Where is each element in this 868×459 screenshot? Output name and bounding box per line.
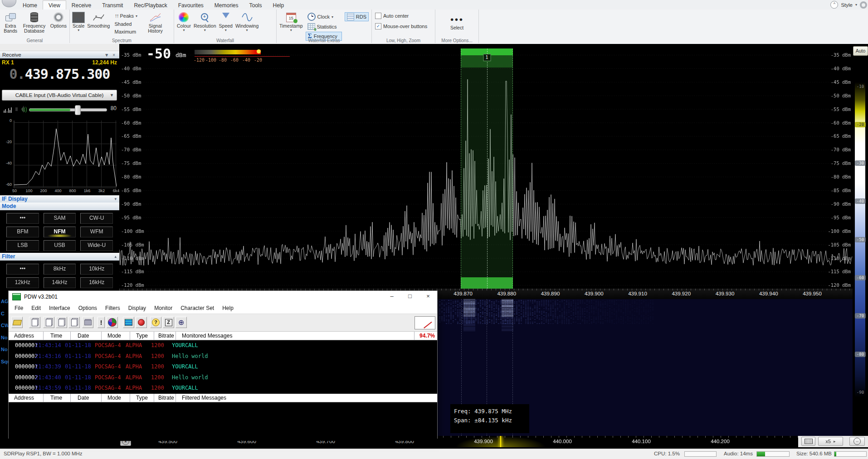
- rx-marker-badge[interactable]: 1: [483, 54, 491, 61]
- monitor-toggle[interactable]: [123, 317, 134, 328]
- mode-button[interactable]: CW-U: [80, 213, 113, 224]
- auto-range-button[interactable]: Auto: [853, 46, 868, 56]
- save-log-button[interactable]: [68, 317, 80, 328]
- open-file-button[interactable]: [11, 317, 23, 328]
- pdw-title-bar[interactable]: PDW v3.2b01 – □ ×: [9, 291, 437, 303]
- maximize-button[interactable]: □: [401, 291, 419, 303]
- ribbon-tab[interactable]: Help: [268, 1, 290, 10]
- speaker-icon[interactable]: [15, 105, 25, 113]
- signal-history-button[interactable]: Signal History: [144, 11, 166, 34]
- pdw-menu-item[interactable]: File: [10, 305, 27, 311]
- filter-button[interactable]: 16kHz: [80, 277, 113, 288]
- mode-button[interactable]: •••: [6, 213, 39, 224]
- zoom-factor-button[interactable]: x5 ▸: [818, 437, 843, 446]
- volume-slider-handle[interactable]: [75, 105, 81, 115]
- print-button[interactable]: [82, 317, 93, 328]
- col-mode[interactable]: Mode: [107, 333, 121, 339]
- resolution-button[interactable]: + Resolution ▾: [192, 11, 218, 32]
- mode-button[interactable]: SAM: [44, 213, 76, 224]
- message-row[interactable]: 0000001 21:43:39 01-11-18 POCSAG-4 ALPHA…: [9, 362, 437, 372]
- filter-button[interactable]: 10kHz: [80, 264, 113, 275]
- if-display-header[interactable]: IF Display ▾: [0, 195, 119, 203]
- tuned-frequency[interactable]: 0.439.875.300: [0, 66, 119, 82]
- filtered-header-row[interactable]: Address Time Date Mode Type Bitrate Filt…: [9, 394, 437, 402]
- select-button[interactable]: ●●● Select: [449, 13, 465, 31]
- section-caret-icon[interactable]: ▾: [114, 196, 117, 203]
- close-button[interactable]: ×: [419, 291, 437, 303]
- ribbon-tab[interactable]: Home: [17, 1, 43, 10]
- col-bitrate[interactable]: Bitrate: [158, 333, 174, 339]
- timestamp-button[interactable]: 15 Timestamp ▾: [278, 11, 304, 32]
- message-row[interactable]: 0000001 21:43:59 01-11-18 POCSAG-4 ALPHA…: [9, 383, 437, 394]
- sleep-toggle[interactable]: Z: [163, 317, 174, 328]
- statistics-button[interactable]: [107, 317, 118, 328]
- message-row[interactable]: 0000002 21:43:16 01-11-18 POCSAG-4 ALPHA…: [9, 351, 437, 362]
- log-button-2[interactable]: [43, 317, 54, 328]
- spectrum-display[interactable]: -35 dBm-40 dBm-45 dBm-50 dBm-55 dBm-60 d…: [119, 44, 853, 289]
- filter-header[interactable]: Filter ▴: [0, 253, 119, 261]
- speed-button[interactable]: Speed ▾: [218, 11, 234, 32]
- level-bars-icon[interactable]: [4, 106, 12, 113]
- mode-button[interactable]: Wide-U: [80, 240, 113, 251]
- mode-button[interactable]: WFM: [80, 227, 113, 237]
- pdw-menu-item[interactable]: Options: [74, 305, 101, 311]
- ribbon-tab[interactable]: View: [43, 0, 66, 10]
- col-type[interactable]: Type: [136, 333, 148, 339]
- ribbon-tab[interactable]: Transmit: [97, 1, 128, 10]
- maximum-button[interactable]: Maximum: [112, 29, 142, 35]
- filter-button[interactable]: 14kHz: [44, 277, 76, 288]
- colour-button[interactable]: Colour ▾: [176, 11, 192, 32]
- windowing-button[interactable]: Windowing ▾: [234, 11, 260, 32]
- clock-button[interactable]: Clock ▾: [306, 12, 342, 21]
- mode-button[interactable]: LSB: [6, 240, 39, 251]
- section-caret-icon[interactable]: ▴: [114, 253, 117, 260]
- app-menu-button[interactable]: [2, 0, 16, 7]
- auto-center-checkbox[interactable]: Auto center: [373, 12, 434, 19]
- alert-button[interactable]: !: [98, 317, 105, 328]
- settings-gear-icon[interactable]: [860, 1, 867, 9]
- shaded-button[interactable]: Shaded: [112, 21, 142, 27]
- options-button[interactable]: Options: [49, 11, 68, 29]
- rds-toggle[interactable]: RDS: [345, 12, 369, 21]
- message-row[interactable]: 0000002 21:43:40 01-11-18 POCSAG-4 ALPHA…: [9, 372, 437, 383]
- filter-button[interactable]: 8kHz: [44, 264, 76, 275]
- ribbon-tab[interactable]: Favourites: [173, 1, 209, 10]
- panel-collapse-icon[interactable]: ▼: [102, 53, 111, 58]
- log-button-3[interactable]: [56, 317, 67, 328]
- pdw-menu-item[interactable]: Filters: [101, 305, 124, 311]
- mode-button[interactable]: BFM: [6, 227, 39, 237]
- panel-close-icon[interactable]: ×: [111, 53, 117, 58]
- pdw-menu-item[interactable]: Monitor: [150, 305, 176, 311]
- filter-button[interactable]: •••: [6, 264, 39, 275]
- ribbon-tab[interactable]: Memories: [209, 1, 244, 10]
- keyboard-entry-button[interactable]: [801, 437, 815, 446]
- message-row[interactable]: 0000001 21:43:14 01-11-18 POCSAG-4 ALPHA…: [9, 340, 437, 351]
- ribbon-tab[interactable]: Rec/Playback: [128, 1, 172, 10]
- pdw-menu-item[interactable]: Interface: [45, 305, 74, 311]
- volume-slider[interactable]: [29, 108, 107, 111]
- style-menu[interactable]: Style: [841, 2, 853, 8]
- pdw-menu-item[interactable]: Help: [218, 305, 238, 311]
- filter-button[interactable]: 12kHz: [6, 277, 39, 288]
- mode-button[interactable]: NFM: [44, 227, 76, 237]
- record-toggle[interactable]: [136, 317, 147, 328]
- col-address[interactable]: Address: [14, 333, 34, 339]
- pdw-menu-item[interactable]: Edit: [27, 305, 45, 311]
- tuning-bandwidth-zone[interactable]: 1: [461, 48, 513, 289]
- col-date[interactable]: Date: [78, 333, 89, 339]
- audio-input-select[interactable]: CABLE Input (VB-Audio Virtual Cable) ▼: [2, 90, 117, 101]
- web-button[interactable]: ⊕: [176, 317, 187, 328]
- monitored-header-row[interactable]: Address Time Date Mode Type Bitrate Moni…: [9, 332, 437, 340]
- pdw-menu-item[interactable]: Character Set: [176, 305, 218, 311]
- palette-colorbar[interactable]: [195, 50, 261, 54]
- log-button-1[interactable]: [29, 317, 40, 328]
- mouse-over-buttons-checkbox[interactable]: ✓ Mouse-over buttons: [373, 23, 434, 30]
- palette-marker-dot[interactable]: [257, 49, 261, 53]
- mode-button[interactable]: USB: [44, 240, 76, 251]
- smoothing-button[interactable]: Smoothing: [86, 11, 111, 29]
- peaks-button[interactable]: ↑↑ Peaks ▾: [112, 12, 142, 19]
- statistics-button[interactable]: Statistics: [306, 23, 342, 30]
- collapse-ribbon-icon[interactable]: ^: [830, 1, 838, 9]
- pan-button[interactable]: ↔: [849, 437, 865, 446]
- col-messages[interactable]: Monitored Messages: [182, 333, 232, 339]
